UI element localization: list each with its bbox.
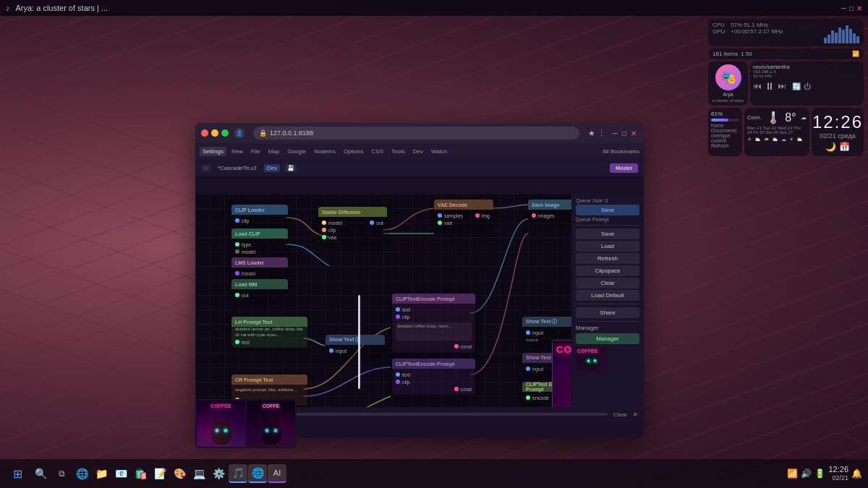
toolbar-dev[interactable]: Dev <box>410 147 426 156</box>
node-clip-label: CLIP Loader <box>235 207 265 213</box>
load-default-btn[interactable]: Load Default <box>576 290 639 301</box>
vae-decode-node[interactable]: VAE Decode samplesimg vae <box>434 200 493 228</box>
ne-save-icon[interactable]: 💾 <box>284 164 297 172</box>
share-btn[interactable]: Share <box>576 307 639 318</box>
close-icon[interactable]: ✕ <box>856 4 862 12</box>
taskbar-app-photos[interactable]: 🎨 <box>170 464 189 483</box>
toolbar-watch[interactable]: Watch <box>428 147 450 156</box>
notification-icon[interactable]: 🔔 <box>851 468 862 479</box>
temp-value: 8° <box>785 111 796 124</box>
start-button[interactable]: ⊞ <box>6 462 29 485</box>
browser-close-btn[interactable] <box>201 129 208 137</box>
taskview-icon: ⧉ <box>59 468 65 479</box>
thumb-coffee-label: COFFEE <box>577 348 597 354</box>
system-stats-widget: CPU 57%·51.1 MHz GPU +00:00:57.2:17 MHz <box>708 19 864 46</box>
toolbar-css[interactable]: CSS <box>369 147 386 156</box>
manager-label: Manager <box>576 325 639 331</box>
clear-progress-btn[interactable]: Clear <box>613 411 627 418</box>
win-min-icon[interactable]: ─ <box>611 129 619 137</box>
browser-min-btn[interactable] <box>211 129 218 137</box>
toolbar-file[interactable]: File <box>248 147 263 156</box>
prev-icon[interactable]: ⏮ <box>753 81 762 91</box>
load-clip-node[interactable]: Load CLIP type model <box>231 228 288 257</box>
lms-loader-node[interactable]: LMS Loader model <box>231 257 288 279</box>
browser-toolbar: Settings New File Map Google Nodems Opti… <box>195 143 644 159</box>
load-btn[interactable]: Load <box>576 241 639 252</box>
cloud-icon: ☁ <box>801 114 807 121</box>
counters-widget: 181 Items 1 50 📶 <box>708 48 864 59</box>
music-info: neuro/samantha 192.168.1.X 10.0s 60s <box>753 64 861 78</box>
win-max-icon[interactable]: □ <box>621 129 628 137</box>
clock-controls: 🌙 📅 <box>825 142 850 152</box>
neuro-subtitle: a cluster of stars <box>712 98 744 103</box>
ne-mode-btn[interactable]: Model <box>610 163 638 173</box>
thumbnail-2[interactable]: COFFE <box>247 401 295 447</box>
thumb1-ambient <box>197 401 245 447</box>
title-bar: ♪ Arya: a cluster of stars | ... ─ □ ✕ <box>0 0 868 16</box>
ne-home-btn[interactable]: ⌂ <box>201 164 210 172</box>
toolbar-map[interactable]: Map <box>265 147 283 156</box>
taskbar-tray: 📶 🔊 🔋 12:26 02/21 🔔 <box>787 464 862 483</box>
toolbar-google[interactable]: Google <box>284 147 309 156</box>
queue-prompt-btn[interactable]: Save <box>576 205 639 215</box>
toolbar-nodems[interactable]: Nodems <box>311 147 339 156</box>
refresh-btn[interactable]: 🔄 <box>792 82 801 90</box>
browser-max-btn[interactable] <box>221 129 229 137</box>
gpu-value: +00:00:57.2:17 MHz <box>731 28 783 35</box>
save-btn[interactable]: Save <box>576 228 639 239</box>
taskbar-app-music[interactable]: 🎵 <box>229 464 247 483</box>
play-icon[interactable]: ⏸ <box>765 80 775 92</box>
music-username: neuro/samantha <box>753 64 861 69</box>
taskbar-app-notepad[interactable]: 📝 <box>150 464 169 483</box>
taskbar-app-settings[interactable]: ⚙️ <box>209 464 228 483</box>
queue-label: Queue Size: 0 <box>576 198 639 203</box>
battery-icon[interactable]: 🔋 <box>814 468 825 479</box>
taskbar-app-explorer[interactable]: 📁 <box>92 464 111 483</box>
browser-content: ⌂ *CascadeTit.v2 Dev 💾 Model <box>195 159 644 421</box>
clip-loader-node[interactable]: CLIP Loader clip <box>231 205 288 226</box>
prompt-text-node-1[interactable]: LH Prompt Text detailed anime art, coffe… <box>231 317 307 348</box>
taskbar-app-terminal[interactable]: 💻 <box>190 464 208 483</box>
volume-icon[interactable]: 🔊 <box>801 468 812 479</box>
taskbar-app-comfyui[interactable]: AI <box>268 464 286 483</box>
mem-info: home Documents overtype control Refresh <box>711 123 739 148</box>
next-icon[interactable]: ⏭ <box>778 81 786 91</box>
clip-text-1[interactable]: CLIPTextEncode Prompt text clip detailed… <box>392 294 475 352</box>
network-icon[interactable]: 📶 <box>787 468 798 479</box>
menu-icon[interactable]: ⋮ <box>597 129 605 138</box>
load-mm-node[interactable]: Load MM out <box>231 279 288 301</box>
taskbar-app-mail[interactable]: 📧 <box>111 464 130 483</box>
search-button[interactable]: 🔍 <box>30 463 51 484</box>
stable-diff-node[interactable]: Stable Diffusion modelout clip vae <box>318 207 387 243</box>
manager-btn[interactable]: Manager <box>576 333 639 344</box>
show-text-node[interactable]: Show Text ⓘ input <box>326 335 385 356</box>
maximize-icon[interactable]: □ <box>849 4 854 12</box>
search-icon: 🔍 <box>35 468 47 479</box>
clear-btn[interactable]: Clear <box>576 278 639 288</box>
taskbar-app-store[interactable]: 🛍️ <box>131 464 150 483</box>
toolbar-tools[interactable]: Tools <box>388 147 408 156</box>
toolbar-settings[interactable]: Settings <box>200 147 226 156</box>
star-icon[interactable]: ★ <box>588 129 595 138</box>
browser-profile[interactable]: 👤 <box>234 128 244 138</box>
neuro-avatar: 🎭 <box>715 64 741 90</box>
cpu-value: 57%·51.1 MHz <box>731 22 768 28</box>
win-close-icon[interactable]: ✕ <box>629 129 638 137</box>
close-progress-btn[interactable]: ✕ <box>633 411 638 418</box>
taskbar-app-browser[interactable]: 🌐 <box>248 464 267 483</box>
clip-text-2[interactable]: CLIPTextEncode Prompt text clip cond <box>392 359 475 395</box>
moon-icon[interactable]: 🌙 <box>825 142 836 152</box>
taskbar-clock[interactable]: 12:26 02/21 <box>828 464 848 483</box>
minimize-icon[interactable]: ─ <box>841 4 846 12</box>
thumbnail-1[interactable]: COFFEE <box>197 401 245 447</box>
refresh-btn-sidebar[interactable]: Refresh <box>576 253 639 264</box>
task-view-button[interactable]: ⧉ <box>52 464 71 483</box>
clipspace-btn[interactable]: Clipspace <box>576 265 639 276</box>
toolbar-new[interactable]: New <box>229 147 246 156</box>
calendar-icon[interactable]: 📅 <box>839 142 850 152</box>
browser-address-bar[interactable]: 🔒 127.0.0.1:8188 <box>253 127 579 140</box>
ne-dev-btn[interactable]: Dev <box>264 164 280 172</box>
taskbar-app-edge[interactable]: 🌐 <box>72 464 91 483</box>
toolbar-options[interactable]: Options <box>341 147 367 156</box>
power-btn[interactable]: ⏻ <box>804 82 811 90</box>
